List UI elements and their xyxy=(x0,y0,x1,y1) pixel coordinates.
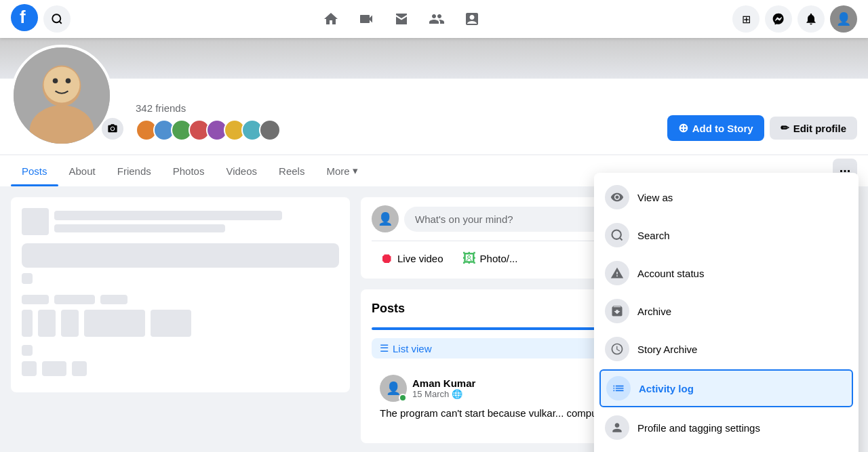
edit-profile-label: Edit profile xyxy=(793,123,846,134)
menu-item-story-archive[interactable]: Story Archive xyxy=(594,330,859,368)
grid-menu-button[interactable]: ⊞ xyxy=(732,5,760,33)
tab-videos[interactable]: Videos xyxy=(215,156,268,186)
nav-marketplace-button[interactable] xyxy=(385,3,418,35)
left-column xyxy=(11,197,350,447)
account-status-icon xyxy=(605,261,629,285)
tab-posts[interactable]: Posts xyxy=(11,156,58,186)
add-to-story-button[interactable]: ⊕ Add to Story xyxy=(667,115,764,141)
nav-video-button[interactable] xyxy=(350,3,382,35)
svg-point-7 xyxy=(43,66,79,102)
globe-icon: 🌐 xyxy=(452,389,462,399)
pencil-icon: ✏ xyxy=(781,122,789,134)
friend-avatars-row xyxy=(136,119,656,141)
intro-card xyxy=(11,197,350,392)
archive-icon xyxy=(605,299,629,323)
list-icon: ☰ xyxy=(380,342,389,354)
photo-icon: 🖼 xyxy=(462,251,476,266)
profile-picture-wrapper xyxy=(11,79,125,146)
live-video-label: Live video xyxy=(397,253,443,264)
story-archive-icon xyxy=(605,337,629,361)
plus-icon: ⊕ xyxy=(678,121,688,136)
notifications-button[interactable] xyxy=(797,5,825,33)
profile-tagging-icon xyxy=(605,415,629,440)
create-post-avatar: 👤 xyxy=(372,205,399,232)
svg-text:f: f xyxy=(20,7,26,27)
live-video-button[interactable]: ⏺ Live video xyxy=(372,247,452,270)
svg-line-3 xyxy=(59,21,61,23)
live-video-icon: ⏺ xyxy=(380,251,393,266)
svg-point-10 xyxy=(612,230,621,239)
nav-center-icons xyxy=(315,3,488,35)
nav-pages-button[interactable] xyxy=(456,3,488,35)
svg-point-8 xyxy=(53,78,58,83)
activity-log-icon xyxy=(606,376,631,400)
svg-point-9 xyxy=(66,78,71,83)
profile-area: 342 friends ⊕ Add to Story ✏ Edit profil… xyxy=(0,38,868,186)
activity-log-label: Activity log xyxy=(639,383,694,394)
svg-line-11 xyxy=(620,238,623,241)
profile-action-buttons: ⊕ Add to Story ✏ Edit profile xyxy=(667,115,857,146)
view-as-icon xyxy=(605,185,629,209)
user-avatar-nav[interactable]: 👤 xyxy=(830,5,857,33)
list-view-label: List view xyxy=(393,343,432,354)
profile-header: 342 friends ⊕ Add to Story ✏ Edit profil… xyxy=(0,79,868,155)
account-status-label: Account status xyxy=(637,268,704,279)
menu-item-view-as[interactable]: View as xyxy=(594,178,859,216)
friends-count: 342 friends xyxy=(136,102,656,114)
change-profile-pic-button[interactable] xyxy=(100,117,125,141)
tab-more[interactable]: More ▾ xyxy=(315,155,368,186)
online-status-dot xyxy=(399,394,407,402)
search-label: Search xyxy=(637,230,670,241)
chevron-down-icon: ▾ xyxy=(353,165,358,177)
menu-item-search[interactable]: Search xyxy=(594,216,859,254)
search-menu-icon xyxy=(605,223,629,247)
friend-avatar-8 xyxy=(259,119,281,141)
menu-item-account-status[interactable]: Account status xyxy=(594,254,859,292)
tab-photos[interactable]: Photos xyxy=(162,156,216,186)
post-date-text: 15 March xyxy=(412,389,449,399)
nav-groups-button[interactable] xyxy=(420,3,453,35)
svg-point-2 xyxy=(52,14,60,22)
profile-tagging-label: Profile and tagging settings xyxy=(637,422,760,434)
archive-label: Archive xyxy=(637,306,671,317)
profile-dropdown-menu: View as Search Account status Archive St… xyxy=(594,173,859,452)
profile-info: 342 friends xyxy=(136,102,656,146)
menu-item-profile-tagging[interactable]: Profile and tagging settings xyxy=(594,409,859,447)
menu-item-activity-log[interactable]: Activity log xyxy=(599,369,853,407)
search-button[interactable] xyxy=(43,5,71,33)
top-navigation: f ⊞ 👤 xyxy=(0,0,868,38)
nav-home-button[interactable] xyxy=(315,3,347,35)
photo-video-button[interactable]: 🖼 Photo/... xyxy=(454,247,526,270)
menu-item-archive[interactable]: Archive xyxy=(594,292,859,330)
view-as-label: View as xyxy=(637,192,673,203)
menu-item-lock-profile[interactable]: Lock Profile xyxy=(594,447,859,452)
photo-label: Photo/... xyxy=(480,253,518,264)
post-author-avatar: 👤 xyxy=(380,375,407,402)
tab-reels[interactable]: Reels xyxy=(268,156,315,186)
facebook-logo[interactable]: f xyxy=(11,4,38,34)
story-archive-label: Story Archive xyxy=(637,344,697,355)
profile-picture xyxy=(11,45,113,146)
tab-friends[interactable]: Friends xyxy=(106,156,162,186)
add-story-label: Add to Story xyxy=(692,123,753,134)
posts-title: Posts xyxy=(372,302,405,316)
tab-about[interactable]: About xyxy=(58,156,106,186)
nav-left: f xyxy=(11,4,71,34)
nav-right-area: ⊞ 👤 xyxy=(732,5,857,33)
edit-profile-button[interactable]: ✏ Edit profile xyxy=(770,117,857,140)
messenger-button[interactable] xyxy=(765,5,792,33)
